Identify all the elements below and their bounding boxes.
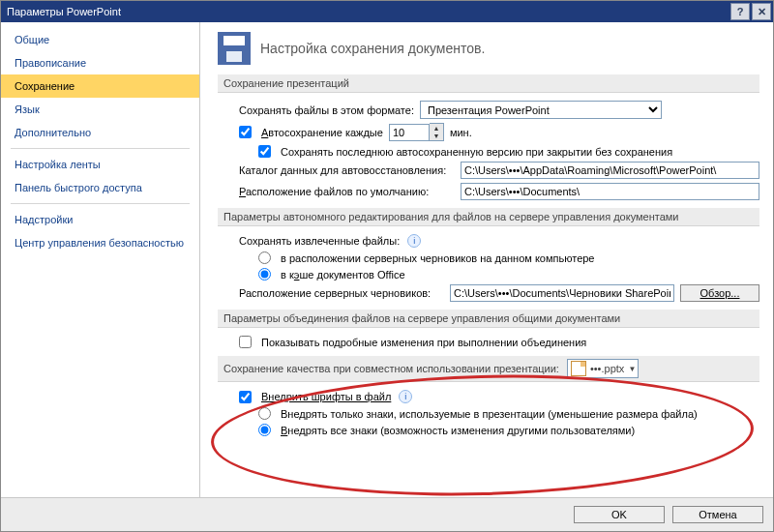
- doc-select-value: •••.pptx: [590, 363, 624, 374]
- close-button[interactable]: ✕: [752, 3, 771, 20]
- sidebar-item-ribbon[interactable]: Настройка ленты: [1, 153, 199, 176]
- default-loc-label: Расположение файлов по умолчанию:: [239, 186, 455, 197]
- radio-embed-all[interactable]: [258, 424, 271, 436]
- extracted-label: Сохранять извлеченные файлы:: [239, 235, 400, 247]
- sidebar-item-proofing[interactable]: Правописание: [1, 51, 199, 74]
- help-icon[interactable]: i: [407, 234, 421, 248]
- spin-down-icon[interactable]: ▼: [430, 133, 443, 141]
- format-select[interactable]: Презентация PowerPoint: [420, 101, 662, 119]
- sidebar-item-general[interactable]: Общие: [1, 28, 199, 51]
- autorecover-input[interactable]: [461, 162, 759, 179]
- autosave-spinner[interactable]: ▲▼: [389, 123, 444, 141]
- keep-last-checkbox[interactable]: [258, 145, 271, 158]
- file-icon: [571, 361, 586, 376]
- section-offline: Параметры автономного редактирования для…: [218, 208, 759, 226]
- radio-embed-used-label: Внедрять только знаки, используемые в пр…: [281, 408, 698, 420]
- section-fonts: Сохранение качества при совместном испол…: [218, 356, 759, 382]
- sidebar-item-trust[interactable]: Центр управления безопасностью: [1, 231, 199, 254]
- autosave-checkbox[interactable]: [239, 126, 252, 138]
- autosave-unit: мин.: [450, 127, 472, 138]
- sidebar-item-addins[interactable]: Надстройки: [1, 208, 199, 231]
- drafts-loc-input[interactable]: [450, 284, 674, 302]
- dialog-footer: OK Отмена: [1, 497, 773, 531]
- autorecover-label: Каталог данных для автовосстановления:: [239, 164, 455, 176]
- detailed-changes-label: Показывать подробные изменения при выпол…: [261, 337, 586, 348]
- sidebar-item-advanced[interactable]: Дополнительно: [1, 121, 199, 144]
- autosave-label: Автосохранение каждые: [261, 127, 383, 138]
- radio-office-cache-label: в кэше документов Office: [281, 269, 405, 281]
- radio-server-drafts-label: в расположении серверных черновиков на д…: [281, 252, 594, 264]
- radio-office-cache[interactable]: [258, 268, 271, 281]
- sidebar-item-save[interactable]: Сохранение: [1, 74, 199, 98]
- drafts-loc-label: Расположение серверных черновиков:: [239, 287, 444, 299]
- cancel-button[interactable]: Отмена: [672, 506, 763, 523]
- help-button[interactable]: ?: [730, 3, 750, 20]
- page-title: Настройка сохранения документов.: [260, 41, 485, 56]
- autosave-value[interactable]: [389, 124, 430, 141]
- section-merge: Параметры объединения файлов на сервере …: [218, 310, 759, 328]
- spin-up-icon[interactable]: ▲: [430, 124, 443, 133]
- browse-button[interactable]: Обзор...: [680, 284, 759, 302]
- radio-embed-all-label: Внедрять все знаки (возможность изменени…: [281, 425, 635, 436]
- default-loc-input[interactable]: [461, 183, 759, 200]
- radio-server-drafts[interactable]: [258, 251, 271, 264]
- embed-fonts-checkbox[interactable]: [239, 391, 252, 403]
- chevron-down-icon: ▼: [628, 365, 636, 373]
- ok-button[interactable]: OK: [574, 506, 665, 523]
- save-icon: [218, 32, 251, 65]
- help-icon[interactable]: i: [399, 390, 412, 403]
- section-save-pres: Сохранение презентаций: [218, 74, 759, 93]
- page-heading: Настройка сохранения документов.: [218, 32, 759, 65]
- dialog-title: Параметры PowerPoint: [7, 6, 730, 17]
- titlebar: Параметры PowerPoint ? ✕: [1, 1, 773, 22]
- format-label: Сохранять файлы в этом формате:: [239, 104, 414, 116]
- section-fonts-title: Сохранение качества при совместном испол…: [223, 363, 559, 374]
- sidebar: Общие Правописание Сохранение Язык Допол…: [1, 22, 200, 497]
- sidebar-item-qat[interactable]: Панель быстрого доступа: [1, 176, 199, 199]
- doc-select[interactable]: •••.pptx ▼: [567, 359, 639, 378]
- keep-last-label: Сохранять последнюю автосохраненную верс…: [281, 146, 672, 158]
- dialog: Параметры PowerPoint ? ✕ Общие Правописа…: [0, 0, 774, 532]
- embed-fonts-label: Внедрить шрифты в файл: [261, 391, 391, 402]
- radio-embed-used[interactable]: [258, 407, 271, 420]
- detailed-changes-checkbox[interactable]: [239, 336, 252, 348]
- content: Настройка сохранения документов. Сохране…: [200, 22, 773, 497]
- sidebar-item-language[interactable]: Язык: [1, 98, 199, 121]
